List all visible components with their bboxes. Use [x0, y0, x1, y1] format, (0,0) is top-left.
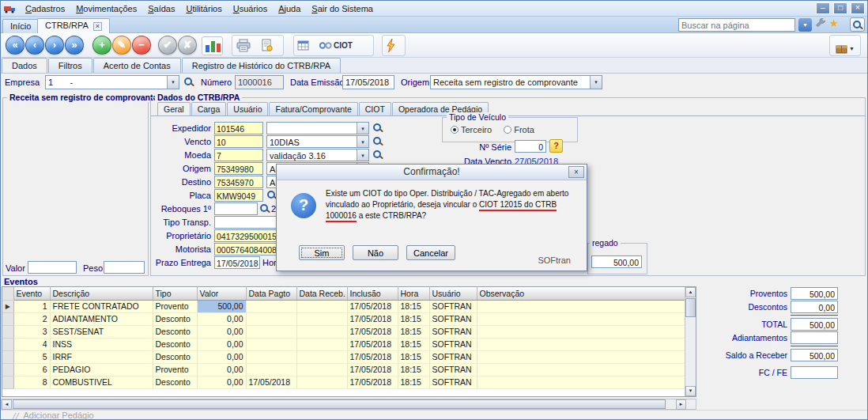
- scrollbar-thumb[interactable]: [685, 298, 696, 317]
- column-header-hora[interactable]: Hora: [398, 287, 429, 300]
- page-search-input[interactable]: [678, 18, 795, 32]
- scroll-up-icon[interactable]: ▲: [685, 287, 696, 297]
- nav-last-button[interactable]: »: [65, 36, 84, 55]
- delete-record-button[interactable]: −: [132, 36, 151, 55]
- agregado-value-field[interactable]: 500,00: [591, 255, 642, 268]
- adicionar-pedagio-button[interactable]: Adicionar Pedágio: [12, 411, 94, 420]
- dados-tab-geral[interactable]: Geral: [157, 102, 191, 115]
- close-button[interactable]: ×: [851, 2, 865, 14]
- chevron-down-icon[interactable]: ▼: [357, 149, 368, 161]
- column-header-evento[interactable]: Evento: [13, 287, 50, 300]
- moeda-combo[interactable]: validação 3.16▼: [266, 149, 369, 161]
- valor-field[interactable]: [28, 261, 77, 274]
- origem-combo[interactable]: Receita sem registro de comprovante ▼: [430, 75, 602, 89]
- confirm-button[interactable]: ✔: [158, 36, 177, 55]
- column-header-valor[interactable]: Valor: [197, 287, 246, 300]
- expedidor-code-field[interactable]: 101546: [214, 122, 263, 134]
- empresa-combo[interactable]: 1 - ▼: [45, 75, 179, 89]
- dados-tab-ciot[interactable]: CIOT: [359, 102, 391, 115]
- menu-saidas[interactable]: Saídas: [142, 1, 180, 17]
- expedidor-combo[interactable]: ▼: [266, 122, 369, 134]
- dados-tab-carga[interactable]: Carga: [191, 102, 227, 115]
- menu-cadastros[interactable]: Cadastros: [20, 1, 70, 17]
- tab-inicio[interactable]: Início: [2, 19, 39, 33]
- table-row[interactable]: 3SEST/SENATDesconto0,0017/05/201818:15SO…: [2, 325, 685, 338]
- nao-button[interactable]: Não: [353, 245, 398, 260]
- chevron-down-icon[interactable]: ▼: [357, 136, 368, 147]
- chart-button[interactable]: [202, 36, 223, 55]
- wrench-icon[interactable]: [815, 18, 828, 32]
- vertical-scrollbar[interactable]: ▲ ▼: [685, 287, 696, 396]
- moeda-code-field[interactable]: 7: [214, 149, 263, 161]
- column-header-tipo[interactable]: Tipo: [153, 287, 197, 300]
- table-row[interactable]: 5IRRFDesconto0,0017/05/201818:15SOFTRAN: [2, 350, 685, 363]
- table-row[interactable]: 2ADIANTAMENTODesconto0,0017/05/201818:15…: [2, 312, 685, 325]
- column-header-usuario[interactable]: Usuário: [429, 287, 477, 300]
- column-header-inclusao[interactable]: Inclusão: [347, 287, 398, 300]
- search-icon[interactable]: [850, 17, 865, 32]
- dialog-titlebar[interactable]: Confirmação! ×: [277, 165, 587, 180]
- vencto-code-field[interactable]: 10: [214, 135, 263, 148]
- origem-code-field[interactable]: 75349980: [214, 162, 263, 175]
- column-header-data-receb[interactable]: Data Receb.: [296, 287, 347, 300]
- package-dropdown-button[interactable]: ▼: [829, 35, 861, 56]
- chevron-down-icon[interactable]: ▼: [167, 76, 179, 89]
- placa-field[interactable]: KMW9049: [214, 189, 263, 202]
- menu-utilitarios[interactable]: Utilitários: [180, 1, 227, 17]
- grid-export-button[interactable]: [294, 36, 313, 55]
- column-header-observacao[interactable]: Observação: [477, 287, 685, 300]
- terceiro-radio[interactable]: [451, 126, 459, 134]
- nav-next-button[interactable]: ›: [45, 36, 64, 55]
- maximize-button[interactable]: □: [833, 2, 847, 14]
- help-icon[interactable]: ?: [549, 139, 563, 153]
- search-icon[interactable]: [183, 77, 194, 88]
- dialog-close-icon[interactable]: ×: [568, 166, 584, 178]
- tab-dados[interactable]: Dados: [2, 58, 47, 73]
- cancelar-button[interactable]: Cancelar: [406, 245, 455, 260]
- column-header-descricao[interactable]: Descrição: [50, 287, 153, 300]
- search-icon[interactable]: [372, 136, 383, 147]
- reboque1-field[interactable]: [214, 202, 258, 215]
- search-icon[interactable]: [372, 149, 383, 161]
- tab-ctrb-rpa[interactable]: CTRB/RPA×: [37, 18, 110, 33]
- search-icon[interactable]: [372, 123, 383, 134]
- lightning-button[interactable]: [383, 36, 399, 55]
- sim-button[interactable]: Sim: [299, 245, 345, 260]
- dados-tab-usuario[interactable]: Usuário: [227, 102, 268, 115]
- table-row[interactable]: 6PEDAGIOProvento0,0017/05/201818:15SOFTR…: [2, 363, 685, 376]
- scroll-right-icon[interactable]: ►: [676, 399, 686, 410]
- scroll-down-icon[interactable]: ▼: [685, 386, 696, 396]
- table-row[interactable]: 8COMBUSTIVELDesconto0,0017/05/201817/05/…: [2, 376, 685, 388]
- tab-registro-de-historico-do-ctrb-rpa[interactable]: Registro de Histórico do CTRB/RPA: [182, 58, 341, 73]
- frota-radio[interactable]: [504, 126, 511, 134]
- ciot-button[interactable]: CIOT: [315, 36, 356, 55]
- destino-code-field[interactable]: 75345970: [214, 176, 263, 188]
- chevron-down-icon[interactable]: ▼: [798, 18, 812, 32]
- edit-record-button[interactable]: ✎: [112, 36, 131, 55]
- print-button[interactable]: [232, 36, 255, 55]
- table-row[interactable]: ▶1FRETE CONTRATADOProvento500,0017/05/20…: [2, 300, 685, 312]
- scroll-left-icon[interactable]: ◄: [2, 399, 12, 410]
- cancel-button[interactable]: ✘: [178, 36, 197, 55]
- chevron-down-icon[interactable]: ▼: [590, 76, 602, 89]
- tipo-transp-field[interactable]: [214, 216, 284, 229]
- scrollbar-thumb[interactable]: [13, 399, 666, 409]
- report-button[interactable]: [257, 36, 276, 55]
- menu-usuarios[interactable]: Usuários: [228, 1, 273, 17]
- table-row[interactable]: 4INSSDesconto0,0017/05/201818:15SOFTRAN: [2, 338, 685, 350]
- search-icon[interactable]: [259, 203, 270, 214]
- add-record-button[interactable]: +: [92, 36, 111, 55]
- nav-previous-button[interactable]: ‹: [25, 36, 44, 55]
- menu-sair-do-sistema[interactable]: Sair do Sistema: [306, 1, 379, 17]
- minimize-button[interactable]: –: [816, 2, 830, 14]
- horizontal-scrollbar[interactable]: ◄ ►: [1, 399, 696, 410]
- nav-first-button[interactable]: «: [6, 36, 25, 55]
- tab-close-icon[interactable]: ×: [93, 22, 102, 31]
- tab-acerto-de-contas[interactable]: Acerto de Contas: [93, 58, 181, 73]
- star-icon[interactable]: ★: [829, 17, 839, 29]
- peso-field[interactable]: [104, 261, 145, 274]
- dados-tab-fatura-comprovante[interactable]: Fatura/Comprovante: [269, 102, 357, 115]
- menu-ajuda[interactable]: Ajuda: [273, 1, 306, 17]
- column-header-data-pagto[interactable]: Data Pagto: [246, 287, 296, 300]
- chevron-down-icon[interactable]: ▼: [357, 123, 368, 134]
